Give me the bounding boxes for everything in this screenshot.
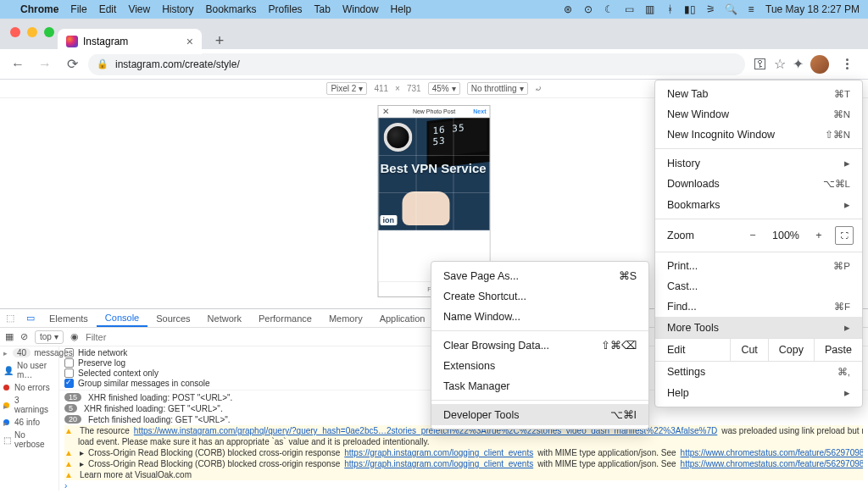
device-select[interactable]: Pixel 2▾	[326, 82, 367, 95]
devtools-tab-memory[interactable]: Memory	[320, 309, 371, 327]
submenu-extensions[interactable]: Extensions	[431, 356, 648, 376]
status-icon[interactable]: ▥	[643, 3, 655, 15]
address-bar[interactable]: 🔒 instagram.com/create/style/	[88, 53, 745, 75]
device-rotate-icon[interactable]: ⤾	[535, 84, 542, 93]
menu-more-tools[interactable]: More Tools▸	[655, 317, 862, 338]
spotlight-icon[interactable]: 🔍	[725, 3, 737, 15]
app-name[interactable]: Chrome	[20, 3, 58, 15]
menu-copy[interactable]: Copy	[768, 339, 814, 361]
battery-icon[interactable]: ▮▯	[684, 3, 696, 15]
status-icon[interactable]: ⊙	[582, 3, 594, 15]
menu-history[interactable]: History	[162, 3, 193, 15]
devtools-tab-sources[interactable]: Sources	[147, 309, 198, 327]
phone-next-button[interactable]: Next	[473, 108, 486, 114]
console-sidebar: 40messages 👤No user m… No errors 3 warni…	[0, 346, 59, 490]
console-context-select[interactable]: top▾	[35, 330, 64, 344]
menu-cast[interactable]: Cast...	[655, 276, 862, 296]
menu-paste[interactable]: Paste	[814, 339, 862, 361]
window-close-button[interactable]	[10, 27, 20, 37]
sidebar-warnings[interactable]: 3 warnings	[0, 394, 58, 416]
back-button[interactable]: ←	[7, 53, 29, 75]
password-key-icon[interactable]: ⚿	[754, 57, 767, 72]
console-clear-icon[interactable]: ⊘	[20, 331, 28, 342]
chrome-main-menu: New Tab⌘T New Window⌘N New Incognito Win…	[654, 80, 863, 407]
profile-avatar[interactable]	[810, 55, 829, 74]
zoom-value: 100%	[769, 230, 803, 241]
submenu-save-page[interactable]: Save Page As...⌘S	[431, 265, 648, 286]
sidebar-verbose[interactable]: ⬚No verbose	[0, 429, 58, 451]
do-not-disturb-icon[interactable]: ☾	[603, 3, 615, 15]
submenu-clear-browsing[interactable]: Clear Browsing Data...⇧⌘⌫	[431, 335, 648, 356]
bookmark-star-icon[interactable]: ☆	[774, 56, 786, 72]
status-icon[interactable]: ⊛	[562, 3, 574, 15]
device-throttle[interactable]: No throttling▾	[467, 82, 528, 95]
menu-file[interactable]: File	[70, 3, 86, 15]
zoom-out-button[interactable]: −	[743, 226, 762, 245]
menu-new-tab[interactable]: New Tab⌘T	[655, 84, 862, 104]
console-warning[interactable]: ▲▸Cross-Origin Read Blocking (CORB) bloc…	[64, 458, 863, 469]
console-warning[interactable]: ▲Learn more at VisualOak.com	[64, 469, 863, 480]
menu-bookmarks[interactable]: Bookmarks▸	[655, 194, 862, 215]
chrome-tabstrip: Instagram × +	[0, 19, 868, 49]
menu-window[interactable]: Window	[342, 3, 379, 15]
console-warning[interactable]: ▲▸Cross-Origin Read Blocking (CORB) bloc…	[64, 447, 863, 458]
zoom-in-button[interactable]: +	[810, 226, 828, 245]
phone-close-icon[interactable]: ✕	[382, 107, 389, 116]
menu-help[interactable]: Help▸	[655, 382, 862, 403]
menu-profiles[interactable]: Profiles	[269, 3, 303, 15]
menu-settings[interactable]: Settings⌘,	[655, 362, 862, 382]
photo-preview[interactable]: 16 35 53 Best VPN Service ion	[379, 118, 490, 230]
extensions-puzzle-icon[interactable]: ✦	[793, 56, 804, 72]
wifi-icon[interactable]: ⚞	[704, 3, 716, 15]
menu-find[interactable]: Find...⌘F	[655, 296, 862, 317]
console-live-expression-icon[interactable]: ◉	[70, 331, 79, 342]
devtools-tab-application[interactable]: Application	[371, 309, 434, 327]
browser-tab[interactable]: Instagram ×	[58, 29, 202, 54]
sidebar-messages[interactable]: 40messages	[0, 346, 58, 359]
devtools-inspect-icon[interactable]: ⬚	[0, 309, 20, 327]
menubar-clock[interactable]: Tue May 18 2:27 PM	[765, 3, 860, 15]
device-width[interactable]: 411	[374, 84, 388, 93]
menu-bookmarks[interactable]: Bookmarks	[206, 3, 257, 15]
console-warning-cont: load event. Please make sure it has an a…	[64, 436, 863, 447]
submenu-developer-tools[interactable]: Developer Tools⌥⌘I	[431, 404, 648, 425]
console-prompt[interactable]	[64, 480, 863, 490]
menu-downloads[interactable]: Downloads⌥⌘L	[655, 174, 862, 194]
submenu-task-manager[interactable]: Task Manager	[431, 376, 648, 396]
menu-edit[interactable]: Edit	[99, 3, 117, 15]
sidebar-info[interactable]: 46 info	[0, 416, 58, 429]
submenu-name-window[interactable]: Name Window...	[431, 307, 648, 327]
devtools-device-icon[interactable]: ▭	[20, 309, 41, 327]
device-height[interactable]: 731	[407, 84, 421, 93]
window-minimize-button[interactable]	[27, 27, 37, 37]
sidebar-nouser[interactable]: 👤No user m…	[0, 359, 58, 381]
menu-edit-row: Edit Cut Copy Paste	[655, 338, 862, 362]
chrome-menu-button[interactable]	[836, 53, 858, 75]
menu-view[interactable]: View	[128, 3, 150, 15]
submenu-create-shortcut[interactable]: Create Shortcut...	[431, 286, 648, 307]
fullscreen-button[interactable]: ⛶	[835, 226, 854, 245]
forward-button[interactable]: →	[34, 53, 56, 75]
menu-print[interactable]: Print...⌘P	[655, 256, 862, 276]
window-zoom-button[interactable]	[44, 27, 54, 37]
new-tab-button[interactable]: +	[209, 30, 231, 52]
bluetooth-icon[interactable]: ᚼ	[664, 3, 676, 15]
lock-icon[interactable]: 🔒	[97, 58, 108, 69]
menu-incognito[interactable]: New Incognito Window⇧⌘N	[655, 125, 862, 145]
control-center-icon[interactable]: ≡	[745, 3, 757, 15]
reload-button[interactable]: ⟳	[61, 53, 83, 75]
devtools-tab-performance[interactable]: Performance	[250, 309, 320, 327]
console-sidebar-toggle-icon[interactable]: ▦	[5, 331, 14, 342]
menu-history[interactable]: History▸	[655, 152, 862, 174]
sidebar-errors[interactable]: No errors	[0, 381, 58, 394]
status-icon[interactable]: ▭	[623, 3, 635, 15]
tab-close-icon[interactable]: ×	[186, 35, 193, 48]
menu-tab[interactable]: Tab	[314, 3, 331, 15]
menu-cut[interactable]: Cut	[730, 339, 767, 361]
device-zoom[interactable]: 45%▾	[428, 82, 460, 95]
devtools-tab-network[interactable]: Network	[199, 309, 250, 327]
devtools-tab-console[interactable]: Console	[97, 309, 147, 327]
menu-new-window[interactable]: New Window⌘N	[655, 104, 862, 125]
menu-help[interactable]: Help	[391, 3, 412, 15]
devtools-tab-elements[interactable]: Elements	[41, 309, 97, 327]
